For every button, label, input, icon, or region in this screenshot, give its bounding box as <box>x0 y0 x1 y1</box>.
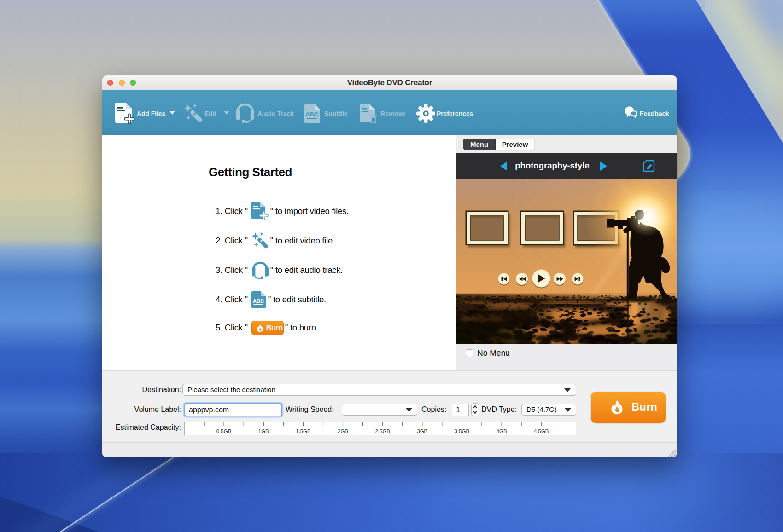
svg-text:4GB: 4GB <box>497 428 507 434</box>
svg-text:ABC: ABC <box>305 111 319 118</box>
svg-text:3GB: 3GB <box>417 428 427 434</box>
svg-text:3.5GB: 3.5GB <box>455 428 470 434</box>
svg-text:1GB: 1GB <box>258 428 269 434</box>
svg-text:0.5GB: 0.5GB <box>216 428 232 434</box>
svg-text:4.5GB: 4.5GB <box>534 428 549 434</box>
svg-text:1.5GB: 1.5GB <box>296 428 311 434</box>
svg-text:ABC: ABC <box>253 297 264 303</box>
svg-text:2.5GB: 2.5GB <box>375 428 390 434</box>
svg-text:2GB: 2GB <box>338 428 348 434</box>
